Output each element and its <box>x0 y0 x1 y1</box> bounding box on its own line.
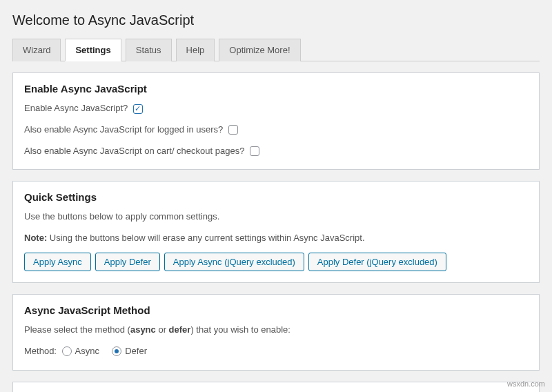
method-defer-option[interactable]: Defer <box>109 346 147 356</box>
apply-defer-button[interactable]: Apply Defer <box>95 253 160 271</box>
tab-bar: Wizard Settings Status Help Optimize Mor… <box>12 38 540 61</box>
tab-help[interactable]: Help <box>176 39 215 61</box>
enable-checkbox[interactable] <box>133 104 143 114</box>
method-desc-post: ) that you wish to enable: <box>190 324 290 335</box>
quick-button-row: Apply Async Apply Defer Apply Async (jQu… <box>24 253 528 271</box>
tab-status[interactable]: Status <box>126 39 172 61</box>
apply-defer-jq-excluded-button[interactable]: Apply Defer (jQuery excluded) <box>308 253 446 271</box>
enable-cart-checkbox[interactable] <box>250 146 259 156</box>
method-async-option[interactable]: Async <box>59 346 102 356</box>
method-desc-pre: Please select the method ( <box>24 324 130 335</box>
method-async-text: Async <box>75 346 99 356</box>
page-title: Welcome to Async JavaScript <box>12 12 540 28</box>
quick-note-text: Using the buttons below will erase any c… <box>47 233 364 243</box>
quick-heading: Quick Settings <box>24 191 528 203</box>
jquery-panel: jQuery Often if jQuery is loaded with as… <box>12 382 540 392</box>
method-desc-mid: or <box>156 324 169 335</box>
quick-desc: Use the buttons below to apply common se… <box>24 210 528 224</box>
quick-note-prefix: Note: <box>24 233 47 243</box>
method-desc: Please select the method (async or defer… <box>24 323 528 337</box>
watermark: wsxdn.com <box>507 380 545 388</box>
method-heading: Async JavaScript Method <box>24 304 528 316</box>
method-panel: Async JavaScript Method Please select th… <box>12 294 540 371</box>
tab-settings[interactable]: Settings <box>65 39 121 61</box>
method-desc-b2: defer <box>169 324 191 335</box>
quick-note: Note: Using the buttons below will erase… <box>24 231 528 246</box>
enable-heading: Enable Async JavaScript <box>24 83 528 95</box>
apply-async-jq-excluded-button[interactable]: Apply Async (jQuery excluded) <box>164 253 304 271</box>
method-label: Method: <box>24 346 57 356</box>
method-desc-b1: async <box>130 324 156 335</box>
tab-optimize-more[interactable]: Optimize More! <box>219 39 300 61</box>
enable-label: Enable Async JavaScript? <box>24 103 128 113</box>
apply-async-button[interactable]: Apply Async <box>24 253 91 271</box>
method-async-radio[interactable] <box>62 346 72 356</box>
enable-panel: Enable Async JavaScript Enable Async Jav… <box>12 72 540 170</box>
enable-loggedin-checkbox[interactable] <box>228 125 238 135</box>
enable-cart-label: Also enable Async JavaScript on cart/ ch… <box>24 146 244 156</box>
method-defer-text: Defer <box>125 346 147 356</box>
enable-loggedin-label: Also enable Async JavaScript for logged … <box>24 124 223 135</box>
method-defer-radio[interactable] <box>112 346 121 356</box>
tab-wizard[interactable]: Wizard <box>12 39 61 61</box>
quick-settings-panel: Quick Settings Use the buttons below to … <box>12 181 540 283</box>
